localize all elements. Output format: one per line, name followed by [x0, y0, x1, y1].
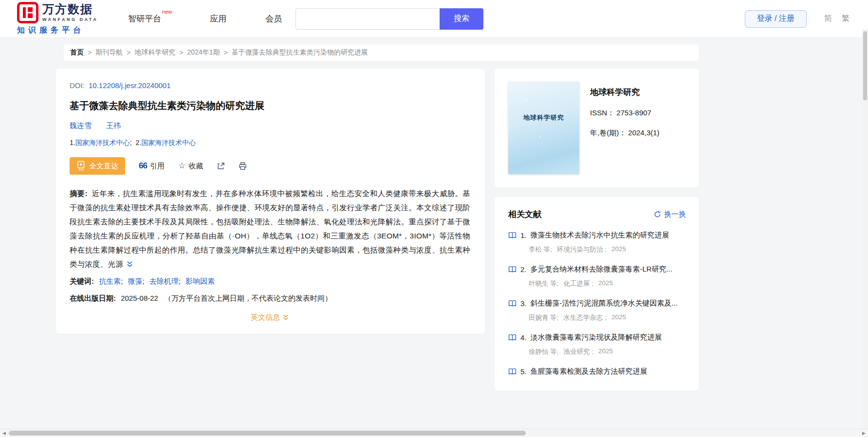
scroll-right-arrow[interactable]: ▶ — [860, 429, 868, 437]
related-item-year: 2025 — [598, 347, 613, 356]
share-button[interactable] — [217, 162, 225, 170]
affiliation-link[interactable]: 国家海洋技术中心 — [75, 139, 130, 146]
cite-button[interactable]: 66 引用 — [139, 161, 165, 171]
related-item-title[interactable]: 斜生栅藻-活性污泥混菌系统净水关键因素及... — [531, 299, 678, 308]
volume-label: 年,卷(期)： — [590, 128, 626, 137]
keywords-row: 关键词: 抗生素; 微藻; 去除机理; 影响因素 — [70, 277, 470, 286]
fulltext-label: 全文直达 — [89, 162, 118, 171]
star-icon: ☆ — [178, 161, 185, 171]
related-item-source[interactable]: 渔业研究 ; — [564, 347, 594, 356]
abstract: 摘要: 近年来，抗生素滥用现象时有发生，并在多种水体环境中被频繁检出，给生态安全… — [70, 186, 470, 271]
scroll-left-arrow[interactable]: ◀ — [0, 429, 8, 437]
book-icon — [508, 300, 517, 307]
horizontal-scrollbar[interactable]: ◀ ▶ — [0, 429, 868, 437]
keyword-link[interactable]: 微藻 — [128, 277, 143, 285]
fulltext-free-icon: free — [76, 161, 86, 171]
journal-name[interactable]: 地球科学研究 — [590, 87, 660, 98]
keywords-label: 关键词: — [70, 277, 94, 285]
related-item-authors[interactable]: 李松 等; — [529, 245, 552, 254]
brand-en: WANFANG DATA — [42, 17, 98, 22]
quote-icon: 66 — [139, 161, 147, 171]
english-info-toggle[interactable]: 英文信息 — [70, 313, 470, 322]
top-header: 万方数据 WANFANG DATA 知识服务平台 智研平台new 应用 会员 搜… — [0, 0, 868, 38]
language-switch: 简 繁 — [824, 14, 850, 24]
breadcrumb-journal[interactable]: 地球科学研究 — [134, 48, 175, 57]
refresh-related-link[interactable]: 换一换 — [654, 210, 686, 219]
main-nav: 智研平台new 应用 会员 — [128, 13, 282, 24]
wanfang-logo[interactable]: 万方数据 WANFANG DATA 知识服务平台 — [17, 2, 98, 36]
publish-date-note: （万方平台首次上网日期，不代表论文的发表时间） — [164, 294, 332, 302]
breadcrumb-issue[interactable]: 2024年1期 — [187, 48, 220, 57]
vertical-scrollbar-thumb[interactable] — [863, 31, 867, 100]
keyword-link[interactable]: 去除机理 — [149, 277, 179, 285]
related-item-title[interactable]: 多元复合纳米材料去除微囊藻毒素-LR研究... — [531, 265, 673, 274]
affiliation-number: 2. — [135, 139, 141, 146]
related-item-authors[interactable]: 田婉青 等; — [529, 313, 559, 322]
breadcrumb-journal-nav[interactable]: 期刊导航 — [95, 48, 123, 57]
login-register-button[interactable]: 登录 / 注册 — [745, 10, 807, 28]
cite-label: 引用 — [150, 162, 165, 171]
related-title: 相关文献 — [508, 209, 541, 220]
affiliation-link[interactable]: 国家海洋技术中心 — [141, 139, 196, 146]
lang-simplified[interactable]: 简 — [824, 14, 832, 24]
related-item-authors[interactable]: 徐静怡 等; — [529, 347, 559, 356]
abstract-expand-icon[interactable] — [126, 261, 133, 268]
breadcrumb-current: 基于微藻去除典型抗生素类污染物的研究进展 — [232, 48, 368, 57]
journal-volume: 年,卷(期)： 2024,3(1) — [590, 128, 660, 138]
publish-date-row: 在线出版日期: 2025-08-22 （万方平台首次上网日期，不代表论文的发表时… — [70, 294, 470, 303]
doi-row: DOI: 10.12208/j.jesr.20240001 — [70, 81, 470, 90]
keyword-link[interactable]: 影响因素 — [185, 277, 215, 285]
search-input[interactable] — [295, 8, 440, 30]
nav-zhiyan-platform[interactable]: 智研平台new — [128, 13, 171, 24]
keyword-separator: ; — [179, 277, 181, 285]
refresh-icon — [654, 211, 661, 218]
vertical-scrollbar[interactable] — [862, 29, 868, 429]
related-item-title[interactable]: 淡水微囊藻毒素污染现状及降解研究进展 — [531, 333, 662, 342]
lang-traditional[interactable]: 繁 — [842, 14, 850, 24]
keyword-separator: ; — [121, 277, 123, 285]
print-button[interactable] — [239, 162, 247, 170]
journal-info: 地球科学研究 ISSN： 2753-8907 年,卷(期)： 2024,3(1) — [590, 82, 660, 174]
breadcrumb-separator: > — [88, 49, 92, 56]
article-title: 基于微藻去除典型抗生素类污染物的研究进展 — [70, 99, 470, 112]
related-item-year: 2025 — [611, 245, 626, 254]
related-item-year: 2025 — [611, 313, 626, 322]
favorite-label: 收藏 — [188, 162, 203, 171]
related-item-authors[interactable]: 叶晓生 等; — [529, 279, 559, 288]
favorite-button[interactable]: ☆ 收藏 — [178, 161, 203, 171]
breadcrumb-separator: > — [224, 49, 228, 56]
journal-cover[interactable]: 地球科学研究 — [508, 82, 579, 174]
breadcrumb: 首页 > 期刊导航 > 地球科学研究 > 2024年1期 > 基于微藻去除典型抗… — [64, 44, 699, 61]
keyword-link[interactable]: 抗生素 — [99, 277, 121, 285]
issn-value: 2753-8907 — [616, 109, 651, 117]
abstract-label: 摘要: — [70, 189, 88, 198]
affiliation-separator: ; — [130, 139, 132, 146]
related-articles-card: 相关文献 换一换 1. — [495, 197, 699, 391]
author-link[interactable]: 魏连雪 — [70, 121, 92, 130]
horizontal-scrollbar-thumb[interactable] — [9, 431, 526, 436]
related-item: 2. 多元复合纳米材料去除微囊藻毒素-LR研究... 叶晓生 等; 化工进展 ;… — [508, 265, 686, 288]
related-item-source[interactable]: 化工进展 ; — [564, 279, 594, 288]
nav-apps[interactable]: 应用 — [210, 13, 226, 24]
doi-link[interactable]: 10.12208/j.jesr.20240001 — [89, 81, 170, 90]
related-item: 3. 斜生栅藻-活性污泥混菌系统净水关键因素及... 田婉青 等; 水生态学杂志… — [508, 299, 686, 322]
nav-zhiyan-label: 智研平台 — [128, 14, 161, 23]
nav-member[interactable]: 会员 — [265, 13, 282, 24]
share-icon — [217, 162, 225, 170]
book-icon — [508, 266, 517, 273]
author-link[interactable]: 王祎 — [106, 121, 121, 130]
related-item: 5. 鱼腥藻毒素检测及去除方法研究进展 — [508, 367, 686, 376]
related-item-source[interactable]: 环境污染与防治 ; — [557, 245, 607, 254]
related-item-title[interactable]: 鱼腥藻毒素检测及去除方法研究进展 — [531, 367, 647, 376]
english-info-chevron-icon — [282, 314, 289, 321]
issn-label: ISSN： — [590, 109, 614, 117]
article-card: DOI: 10.12208/j.jesr.20240001 基于微藻去除典型抗生… — [56, 69, 485, 334]
fulltext-button[interactable]: free 全文直达 — [70, 157, 125, 175]
related-item-title[interactable]: 微藻生物技术去除污水中抗生素的研究进展 — [531, 231, 669, 240]
related-item: 1. 微藻生物技术去除污水中抗生素的研究进展 李松 等; 环境污染与防治 ; 2… — [508, 231, 686, 254]
search-button[interactable]: 搜索 — [440, 8, 483, 30]
related-item-source[interactable]: 水生态学杂志 ; — [564, 313, 607, 322]
related-item-year: 2025 — [598, 279, 613, 288]
wanfang-logo-icon — [17, 2, 38, 23]
breadcrumb-home[interactable]: 首页 — [70, 48, 84, 57]
